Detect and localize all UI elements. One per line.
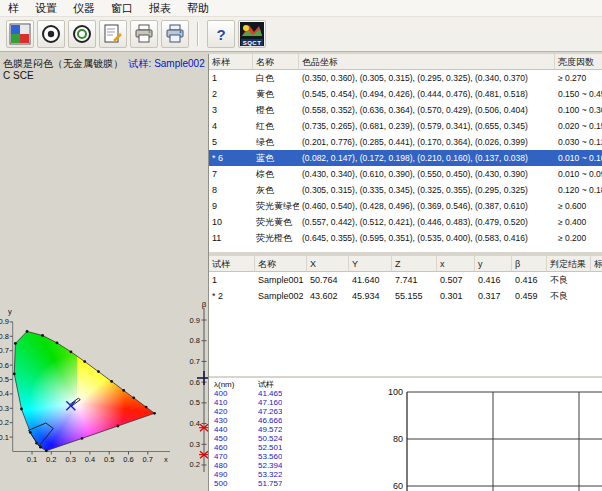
- svg-text:0.2: 0.2: [46, 455, 56, 464]
- menu-item-2[interactable]: 设置: [27, 0, 65, 16]
- svg-text:0.3: 0.3: [65, 455, 75, 464]
- cie-chromaticity-diagram: 0.10.20.30.40.50.60.7x0.10.20.30.40.50.6…: [0, 300, 212, 491]
- measure-sample-button[interactable]: [68, 20, 96, 48]
- cell: 45.934: [349, 288, 392, 304]
- cell: 47.160: [258, 398, 282, 407]
- cell: 55.155: [392, 288, 437, 304]
- blue-region: [29, 423, 54, 446]
- color-chart-button[interactable]: [6, 20, 34, 48]
- column-header[interactable]: β: [512, 256, 547, 272]
- table-row[interactable]: 1Sample00150.76441.6407.7410.5070.4160.4…: [209, 272, 602, 288]
- cell: 不良: [547, 272, 591, 288]
- spectral-row: 40041.465: [209, 389, 387, 398]
- cell: 47.263: [258, 407, 282, 416]
- column-header[interactable]: 亮度因数: [555, 54, 602, 70]
- table-row[interactable]: * 6蓝色(0.082, 0.147), (0.172, 0.198), (0.…: [209, 150, 602, 166]
- table-row[interactable]: 11荧光橙色(0.645, 0.355), (0.595, 0.351), (0…: [209, 230, 602, 246]
- menu-item-5[interactable]: 报表: [141, 0, 179, 16]
- column-header[interactable]: X: [307, 256, 349, 272]
- column-header[interactable]: 判定结果: [547, 256, 591, 272]
- cell: (0.735, 0.265), (0.681, 0.239), (0.579, …: [299, 118, 555, 134]
- cell: 黄色: [253, 86, 299, 102]
- sample-name: Sample002: [154, 58, 205, 69]
- table-row[interactable]: 8灰色(0.305, 0.315), (0.335, 0.345), (0.32…: [209, 182, 602, 198]
- print-preview-button[interactable]: [161, 20, 189, 48]
- print-button[interactable]: [130, 20, 158, 48]
- column-header[interactable]: 名称: [253, 54, 299, 70]
- cell: 49.572: [258, 425, 282, 434]
- table-row[interactable]: 3橙色(0.558, 0.352), (0.636, 0.364), (0.57…: [209, 102, 602, 118]
- help-button[interactable]: ?: [207, 20, 235, 48]
- cell: [591, 272, 602, 288]
- column-header[interactable]: 名称: [255, 256, 307, 272]
- table-row[interactable]: * 2Sample00243.60245.93455.1550.3010.317…: [209, 288, 602, 304]
- cell: 0.416: [475, 272, 512, 288]
- cell: Sample002: [255, 288, 307, 304]
- svg-text:0.8: 0.8: [0, 332, 9, 341]
- spectral-row: 44049.572: [209, 425, 387, 434]
- cell: (0.201, 0.776), (0.285, 0.441), (0.170, …: [299, 134, 555, 150]
- svg-text:60: 60: [393, 481, 403, 491]
- table-header-row: 标样名称色品坐标亮度因数: [209, 54, 602, 70]
- cie-overlay: 0.10.20.30.40.50.60.7x0.10.20.30.40.50.6…: [0, 300, 212, 491]
- svg-text:0.5: 0.5: [104, 455, 114, 464]
- menu-item-1[interactable]: 样: [0, 0, 27, 16]
- report-button[interactable]: [99, 20, 127, 48]
- svg-text:y: y: [8, 307, 12, 316]
- column-header[interactable]: x: [437, 256, 475, 272]
- sqct-label: SQCT: [239, 40, 265, 46]
- column-header[interactable]: Y: [349, 256, 392, 272]
- table-row[interactable]: 4红色(0.735, 0.265), (0.681, 0.239), (0.57…: [209, 118, 602, 134]
- cell: 5: [209, 134, 253, 150]
- spectral-header-row: λ(nm)试样: [209, 380, 387, 389]
- cell: [591, 288, 602, 304]
- cell: 荧光黄色: [253, 214, 299, 230]
- column-header[interactable]: Z: [392, 256, 437, 272]
- column-header[interactable]: 试样: [209, 256, 255, 272]
- bottom-panel: λ(nm)试样40041.46541047.16042047.26343046.…: [209, 378, 602, 491]
- cell: 橙色: [253, 102, 299, 118]
- svg-text:0.9: 0.9: [0, 317, 9, 326]
- sqct-button[interactable]: SQCT: [238, 20, 266, 48]
- cell: 0.459: [512, 288, 547, 304]
- table-row[interactable]: 9荧光黄绿色(0.460, 0.540), (0.428, 0.496), (0…: [209, 198, 602, 214]
- menu-item-4[interactable]: 窗口: [103, 0, 141, 16]
- cell: 白色: [253, 70, 299, 86]
- cell: 棕色: [253, 166, 299, 182]
- cell: 0.010 ~ 0.100: [555, 150, 602, 166]
- cell: (0.430, 0.340), (0.610, 0.390), (0.550, …: [299, 166, 555, 182]
- cell: 7.741: [392, 272, 437, 288]
- spectral-row: 49053.322: [209, 470, 387, 479]
- svg-text:x: x: [164, 455, 168, 464]
- table-row[interactable]: 1白色(0.350, 0.360), (0.305, 0.315), (0.29…: [209, 70, 602, 86]
- column-header[interactable]: y: [475, 256, 512, 272]
- table-row[interactable]: 2黄色(0.545, 0.454), (0.494, 0.426), (0.44…: [209, 86, 602, 102]
- cell: 420: [209, 407, 258, 416]
- print-preview-icon: [164, 23, 186, 45]
- cell: 0.120 ~ 0.180: [555, 182, 602, 198]
- measure-target-button[interactable]: [37, 20, 65, 48]
- cell: 50.524: [258, 434, 282, 443]
- column-header[interactable]: 标: [591, 256, 602, 272]
- cell: ≥ 0.270: [555, 70, 602, 86]
- table-row[interactable]: 5绿色(0.201, 0.776), (0.285, 0.441), (0.17…: [209, 134, 602, 150]
- print-icon: [133, 23, 155, 45]
- cell: (0.645, 0.355), (0.595, 0.351), (0.535, …: [299, 230, 555, 246]
- table-row[interactable]: 10荧光黄色(0.557, 0.442), (0.512, 0.421), (0…: [209, 214, 602, 230]
- cell: 荧光黄绿色: [253, 198, 299, 214]
- spectral-row: 43046.666: [209, 416, 387, 425]
- column-header[interactable]: 标样: [209, 54, 253, 70]
- toolbar: ? SQCT: [0, 17, 602, 52]
- menu-item-6[interactable]: 帮助: [179, 0, 217, 16]
- svg-text:0.4: 0.4: [85, 455, 95, 464]
- column-header[interactable]: 色品坐标: [299, 54, 555, 70]
- menu-item-3[interactable]: 仪器: [65, 0, 103, 16]
- cell: 450: [209, 434, 258, 443]
- table-row[interactable]: 7棕色(0.430, 0.340), (0.610, 0.390), (0.55…: [209, 166, 602, 182]
- cell: (0.545, 0.454), (0.494, 0.426), (0.444, …: [299, 86, 555, 102]
- sample-label: 试样:: [129, 58, 152, 69]
- measure-target-icon: [40, 23, 62, 45]
- cell: 430: [209, 416, 258, 425]
- cell: 0.030 ~ 0.120: [555, 134, 602, 150]
- cell: 红色: [253, 118, 299, 134]
